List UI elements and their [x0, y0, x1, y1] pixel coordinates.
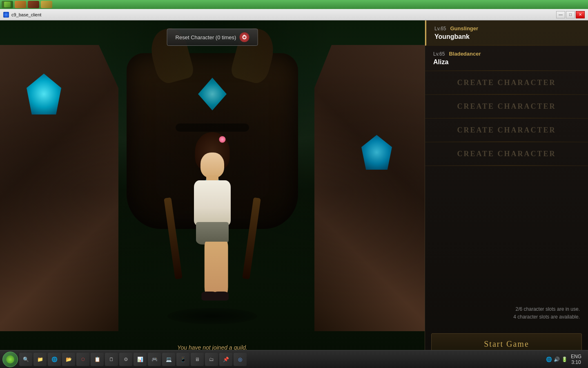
- char-face: [200, 153, 224, 178]
- taskbar-top-icon-1[interactable]: [2, 1, 13, 8]
- taskbar-icon-app-5[interactable]: 📊: [134, 353, 147, 366]
- char-2-class: Bladedancer: [449, 51, 481, 57]
- stone-arch-right: [314, 45, 425, 331]
- clock: ENG 3:10: [571, 354, 581, 365]
- window-controls: — □ ✕: [556, 11, 585, 18]
- taskbar-icon-app-1[interactable]: ⬡: [76, 353, 89, 366]
- char-leg-right: [214, 242, 228, 295]
- character-figure: [180, 132, 245, 320]
- maximize-button[interactable]: □: [566, 11, 575, 18]
- demon-mouth: [176, 123, 249, 132]
- taskbar-icon-game-client[interactable]: ◎: [234, 353, 247, 366]
- battery-icon: 🔋: [561, 357, 568, 362]
- taskbar-icon-app-9[interactable]: 🖥: [191, 353, 204, 366]
- volume-icon: 🔊: [554, 357, 560, 362]
- language-indicator: ENG: [571, 354, 581, 359]
- taskbar-top-icon-3[interactable]: [28, 1, 39, 8]
- slot-info-line1: 2/6 character slots are in use.: [433, 305, 580, 313]
- create-slot-3-label: Create Character: [457, 79, 556, 87]
- character-slot-1[interactable]: Lv.65 Gunslinger Youngbank: [425, 20, 588, 46]
- char-1-class: Gunslinger: [450, 25, 478, 31]
- char-hair-flower: [219, 136, 226, 143]
- slot-info: 2/6 character slots are in use. 4 charac…: [425, 297, 588, 329]
- top-gem: [198, 78, 227, 110]
- char-1-name: Youngbank: [434, 33, 580, 40]
- create-character-slot-5[interactable]: Create Character: [425, 119, 588, 142]
- network-icon: 🌐: [546, 357, 552, 362]
- minimize-button[interactable]: —: [556, 11, 565, 18]
- clock-time: 3:10: [571, 359, 581, 365]
- create-character-slot-3[interactable]: Create Character: [425, 71, 588, 95]
- taskbar-icon-browser[interactable]: 🌐: [48, 353, 61, 366]
- taskbar-icon-app-6[interactable]: 🎮: [148, 353, 161, 366]
- taskbar-icon-files[interactable]: 📁: [33, 353, 47, 366]
- taskbar-icon-app-2[interactable]: 📋: [91, 353, 104, 366]
- taskbar-icon-app-8[interactable]: 📱: [176, 353, 189, 366]
- create-slot-5-label: Create Character: [457, 126, 556, 135]
- taskbar-icon-search[interactable]: 🔍: [19, 353, 32, 366]
- create-character-slot-4[interactable]: Create Character: [425, 95, 588, 119]
- character-shadow: [167, 308, 257, 324]
- reset-character-button[interactable]: Reset Character (0 times): [167, 29, 258, 46]
- window-icon: [3, 12, 9, 18]
- create-slot-6-label: Create Character: [457, 150, 556, 158]
- char-1-level: Lv.65: [434, 26, 446, 31]
- taskbar-icon-app-3[interactable]: 🗒: [105, 353, 118, 366]
- char-shoe-right: [213, 292, 229, 301]
- character-slot-2[interactable]: Lv.65 Bladedancer Aliza: [425, 46, 588, 71]
- taskbar-icon-app-4[interactable]: ⚙: [119, 353, 132, 366]
- close-button[interactable]: ✕: [576, 11, 585, 18]
- system-tray: 🌐 🔊 🔋: [546, 357, 568, 362]
- char-2-level: Lv.65: [433, 51, 445, 57]
- game-scene: Reset Character (0 times) You have not j…: [0, 20, 425, 359]
- start-button[interactable]: [2, 352, 18, 367]
- char-skirt: [196, 222, 229, 245]
- taskbar-icon-app-10[interactable]: 🗂: [205, 353, 218, 366]
- taskbar-top-icon-2[interactable]: [15, 1, 26, 8]
- char-2-name: Aliza: [433, 58, 580, 66]
- taskbar-icon-app-7[interactable]: 💻: [162, 353, 175, 366]
- create-slot-4-label: Create Character: [457, 102, 556, 111]
- slot-info-line2: 4 character slots are available.: [433, 313, 580, 321]
- reset-icon: [239, 32, 249, 42]
- window-title: c9_base_client: [11, 12, 41, 17]
- reset-button-label: Reset Character (0 times): [176, 34, 236, 40]
- create-character-slot-6[interactable]: Create Character: [425, 142, 588, 166]
- char-jacket: [194, 180, 231, 225]
- character-sidebar: Lv.65 Gunslinger Youngbank Lv.65 Bladeda…: [425, 20, 588, 359]
- taskbar-icon-app-11[interactable]: 📌: [219, 353, 232, 366]
- taskbar-top-icon-4[interactable]: [41, 1, 52, 8]
- taskbar-icon-folder[interactable]: 📂: [62, 353, 75, 366]
